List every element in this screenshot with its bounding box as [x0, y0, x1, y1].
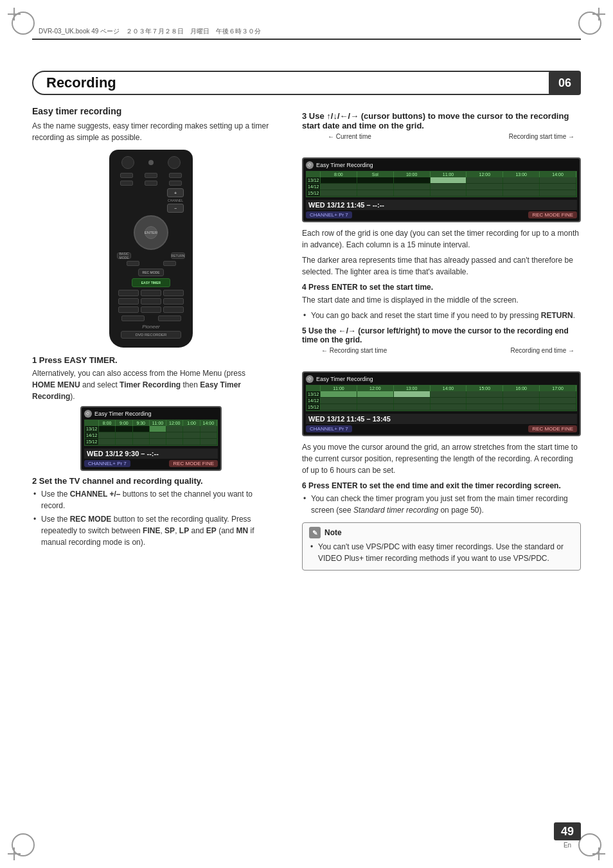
r3-c2-1	[321, 184, 357, 190]
s2-c3-7	[540, 404, 576, 410]
corner-circle-tr	[578, 12, 601, 35]
grid-cell-1-4	[150, 426, 166, 432]
rg-h-1400: 14:00	[540, 172, 576, 177]
grid-h-800: 8:00	[99, 420, 116, 426]
grid-h-900: 9:00	[116, 420, 132, 426]
r3-cells-1	[321, 177, 576, 183]
remote-btn-4	[120, 181, 133, 186]
note-bullet1: You can't use VPS/PDC with easy timer re…	[309, 541, 574, 564]
screen-mockup-step1: ⏱ Easy Timer Recording 8:00 9:00 9:30 11…	[80, 406, 222, 471]
page-title: Recording	[46, 75, 116, 91]
step2-b2-bold2: FINE	[143, 526, 160, 535]
grid-cell-1-2	[116, 426, 132, 432]
remote-num-1	[118, 290, 139, 296]
s2-c1-2	[357, 391, 394, 397]
screen-recmode-step3: REC MODE FINE	[528, 211, 577, 218]
step4-label: 4 Press ENTER to set the start time.	[302, 283, 581, 292]
screen-title-text-step1: Easy Timer Recording	[94, 411, 152, 417]
note-box: ✎ Note You can't use VPS/PDC with easy t…	[302, 522, 581, 571]
remote-channel-section: + CHANNEL −	[118, 188, 184, 213]
remote-control: + CHANNEL − ENTER BASICMODE RETURN	[109, 150, 193, 348]
s2-h-1200: 12:00	[357, 385, 394, 391]
left-column: Easy timer recording As the name suggest…	[32, 106, 270, 550]
grid-header-step1: 8:00 9:00 9:30 11:00 12:00 1:00 14:00	[85, 420, 217, 426]
s2-c3-6	[503, 404, 540, 410]
header-bar	[32, 39, 581, 40]
label-recording-start-2: ← Recording start time	[321, 347, 387, 354]
step1-text3: then	[181, 380, 200, 389]
remote-num-8	[141, 306, 161, 313]
step2-b2-bold: REC MODE	[70, 515, 112, 524]
screen-grid-step3: 8:00 Sol 10:00 11:00 12:00 13:00 14:00 1…	[306, 171, 577, 197]
s2-h-1300: 13:00	[394, 385, 431, 391]
step1-text2: and select	[80, 380, 120, 389]
remote-dpad: ENTER	[134, 215, 168, 250]
grid-cell-3-3	[133, 439, 150, 445]
note-title: Note	[324, 528, 342, 537]
s2-h-1400: 14:00	[431, 385, 467, 391]
s2-h-1700: 17:00	[540, 385, 576, 391]
screen-mockup-step3: ⏱ Easy Timer Recording 8:00 Sol 10:00 11…	[302, 157, 581, 222]
remote-channel-label: CHANNEL	[167, 199, 184, 202]
step2-b2-bold5: EP	[206, 526, 217, 535]
s2-c3-3	[394, 404, 431, 410]
grid-cell-3-2	[116, 439, 132, 445]
step2-b2-prefix: Use the	[41, 515, 70, 524]
screen-status-step1: WED 13/12 9:30 – --:--	[84, 448, 218, 459]
remote-num-7	[118, 306, 139, 313]
grid-label-3: 15/12	[85, 439, 99, 445]
remote-channel-up: +	[167, 188, 184, 197]
grid-h-1200: 12:00	[166, 420, 183, 426]
r3-c1-1	[321, 177, 357, 183]
r3-row-3: 15/12	[306, 190, 576, 197]
note-icon: ✎	[309, 527, 321, 538]
remote-num-5	[141, 298, 161, 305]
remote-basic-mode-btn: BASICMODE	[117, 252, 131, 259]
remote-btn-5	[145, 181, 157, 186]
grid-h-1300: 1:00	[183, 420, 200, 426]
remote-btn-0	[158, 315, 181, 321]
remote-btn-star	[121, 315, 145, 321]
r3-c1-3	[394, 177, 431, 183]
grid-cells-3	[99, 439, 217, 445]
grid-cell-2-1	[99, 432, 116, 438]
note-header: ✎ Note	[309, 527, 574, 538]
s2-label-2: 14/12	[306, 398, 321, 403]
s2-label-1: 13/12	[306, 391, 321, 397]
dpad-center: ENTER	[145, 226, 157, 239]
s2-c3-1	[321, 404, 357, 410]
rg-h-1100: 11:00	[431, 172, 467, 177]
screen-channel-step5: CHANNEL+ Pr 7	[306, 425, 352, 432]
remote-btn-8	[163, 261, 176, 266]
s2-c1-7	[540, 391, 576, 397]
grid-h-1100: 11:00	[150, 420, 166, 426]
s2-c2-1	[321, 398, 357, 403]
grid-label-2: 14/12	[85, 432, 99, 438]
screen-date-step3: WED 13/12 11:45 – --:--	[308, 201, 384, 209]
s2-c3-2	[357, 404, 394, 410]
s2-cells-1	[321, 391, 576, 397]
right-column: 3 Use ↑/↓/←/→ (cursor buttons) to move t…	[302, 106, 581, 577]
r3-c3-5	[466, 190, 503, 196]
remote-row-3	[114, 261, 188, 266]
step4-b1-prefix: You can go back and reset the start time…	[311, 311, 541, 320]
screen-date-step5: WED 13/12 11:45 – 13:45	[308, 415, 391, 423]
grid-cell-2-3	[133, 432, 150, 438]
remote-btn-1	[120, 173, 133, 178]
dpad-ring: ENTER	[134, 215, 168, 250]
s2-c2-3	[394, 398, 431, 403]
r3-c2-6	[503, 184, 540, 190]
r3-row-1: 13/12	[306, 177, 576, 184]
screen-title-text-step3: Easy Timer Recording	[316, 162, 373, 168]
grid-header-step5: 11:00 12:00 13:00 14:00 15:00 16:00 17:0…	[306, 385, 576, 391]
remote-btn-7	[127, 261, 139, 266]
s2-cells-3	[321, 404, 576, 410]
step2-label: 2 Set the TV channel and recording quali…	[32, 476, 270, 486]
s2-h-1600: 16:00	[503, 385, 540, 391]
remote-easy-timer-btn: EASY TIMER	[132, 278, 170, 287]
s2-c1-6	[503, 391, 540, 397]
rg-h-800: 8:00	[321, 172, 357, 177]
screen-grid-step5: 11:00 12:00 13:00 14:00 15:00 16:00 17:0…	[306, 385, 577, 411]
s2-c2-2	[357, 398, 394, 403]
screen1-annotated: ← Current time Recording start time → ⏱ …	[302, 133, 581, 222]
